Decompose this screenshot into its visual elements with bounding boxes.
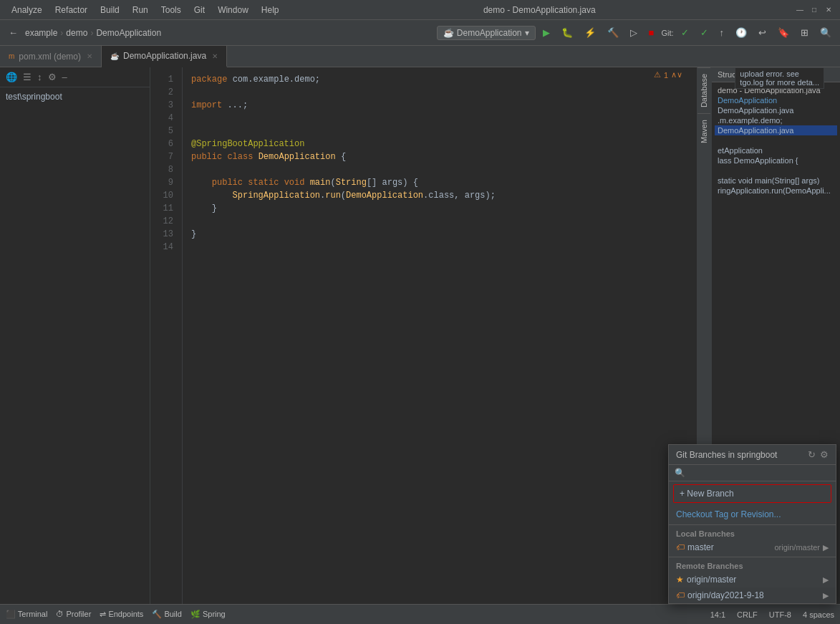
menu-git[interactable]: Git: [188, 4, 211, 16]
code-line-6: @SpringBootApplication: [191, 138, 688, 150]
status-spring[interactable]: 🌿 Spring: [190, 610, 226, 619]
git-commit-button[interactable]: ✓: [696, 24, 713, 41]
git-revert-button[interactable]: ↩: [754, 24, 771, 41]
ln-8: 8: [153, 163, 179, 176]
structure-package: .m.example.demo;: [715, 115, 837, 125]
tab-demo[interactable]: ☕ DemoApplication.java ✕: [102, 46, 227, 67]
menu-run[interactable]: Run: [127, 4, 154, 16]
checkout-tag-action[interactable]: Checkout Tag or Revision...: [669, 506, 836, 523]
warning-count: 1: [664, 71, 668, 80]
menu-help[interactable]: Help: [256, 4, 285, 16]
code-content[interactable]: package com.example.demo; import ...; @S…: [183, 67, 697, 604]
ln-5: 5: [153, 125, 179, 138]
code-line-5: [191, 125, 688, 138]
status-encoding[interactable]: UTF-8: [769, 610, 791, 619]
ln-13: 13: [153, 228, 179, 241]
status-left: ⬛ Terminal ⏱ Profiler ⇌ Endpoints 🔨 Buil…: [6, 610, 226, 619]
layout-button[interactable]: ⊞: [796, 24, 813, 41]
profiler-label: Profiler: [67, 610, 92, 618]
new-branch-action[interactable]: + New Branch: [673, 484, 831, 503]
log-line-2: tgo.log for more deta...: [740, 78, 819, 87]
sidebar-settings-btn[interactable]: ⚙: [47, 70, 58, 84]
debug-button[interactable]: 🐛: [557, 24, 577, 41]
tab-pom-close[interactable]: ✕: [87, 52, 92, 60]
git-popup-search-bar[interactable]: 🔍: [669, 465, 836, 481]
branch-master-arrow: ▶: [823, 543, 829, 552]
tab-pom[interactable]: m pom.xml (demo) ✕: [0, 46, 102, 67]
branch-origin-master-left: ★ origin/master: [676, 575, 736, 585]
breadcrumb-demo[interactable]: demo: [66, 28, 87, 38]
code-line-1: package com.example.demo;: [191, 73, 688, 86]
branch-origin-day-left: 🏷 origin/day2021-9-18: [676, 590, 764, 600]
branch-origin-master[interactable]: ★ origin/master ▶: [669, 572, 836, 587]
new-branch-label: + New Branch: [680, 489, 734, 499]
menu-refactor[interactable]: Refactor: [49, 4, 93, 16]
run-config-dropdown[interactable]: ☕ DemoApplication ▾: [437, 26, 536, 40]
run-alt-button[interactable]: ▷: [626, 24, 642, 41]
git-popup-settings-btn[interactable]: ⚙: [820, 449, 829, 460]
git-check-button[interactable]: ✓: [677, 24, 693, 41]
vtab-maven[interactable]: Maven: [697, 113, 710, 149]
tab-demo-close[interactable]: ✕: [212, 52, 218, 60]
status-line-ending[interactable]: CRLF: [737, 610, 758, 619]
minimize-button[interactable]: —: [794, 4, 806, 16]
build-button[interactable]: 🔨: [603, 24, 623, 41]
log-area: upload error. see tgo.log for more deta.…: [735, 67, 824, 89]
structure-java: DemoApplication.java: [715, 105, 837, 115]
sidebar-globe-btn[interactable]: 🌐: [4, 70, 19, 84]
sidebar-sort-btn[interactable]: ↕: [36, 70, 44, 84]
sidebar-list-btn[interactable]: ☰: [21, 70, 33, 84]
code-line-3: import ...;: [191, 99, 688, 112]
back-button[interactable]: ←: [4, 24, 22, 41]
ln-2: 2: [153, 86, 179, 99]
status-position[interactable]: 14:1: [710, 610, 725, 619]
status-terminal[interactable]: ⬛ Terminal: [6, 610, 47, 619]
status-indent[interactable]: 4 spaces: [803, 610, 834, 619]
branch-origin-master-name: origin/master: [687, 575, 736, 585]
status-right: 14:1 CRLF UTF-8 4 spaces: [710, 610, 834, 619]
branch-master[interactable]: 🏷 master origin/master ▶: [669, 539, 836, 555]
code-line-12: [191, 215, 688, 228]
terminal-icon: ⬛: [6, 610, 16, 618]
git-branches-popup: Git Branches in springboot ↻ ⚙ 🔍 + New B…: [668, 444, 836, 604]
menu-analyze[interactable]: Analyze: [6, 4, 48, 16]
structure-selected: DemoApplication.java: [715, 125, 837, 135]
sidebar-toolbar: 🌐 ☰ ↕ ⚙ –: [0, 67, 150, 87]
structure-blank: [715, 135, 837, 145]
git-popup-title: Git Branches in springboot: [676, 450, 777, 460]
breadcrumb-example[interactable]: example: [25, 28, 57, 38]
menu-build[interactable]: Build: [95, 4, 125, 16]
breadcrumb-class[interactable]: DemoApplication: [96, 28, 161, 38]
sidebar-collapse-btn[interactable]: –: [61, 70, 69, 84]
branch-origin-day[interactable]: 🏷 origin/day2021-9-18 ▶: [669, 587, 836, 603]
git-popup-refresh-btn[interactable]: ↻: [808, 449, 816, 460]
warning-chevrons: ∧∨: [671, 70, 682, 80]
status-endpoints[interactable]: ⇌ Endpoints: [100, 610, 143, 619]
bookmark-button[interactable]: 🔖: [773, 24, 793, 41]
editor-area[interactable]: 1 2 3 4 5 6 7 8 9 10 11 12 13 14 package…: [150, 67, 697, 604]
git-history-button[interactable]: 🕐: [731, 24, 751, 41]
menu-window[interactable]: Window: [212, 4, 254, 16]
git-popup-search-input[interactable]: [688, 468, 830, 478]
vtab-database[interactable]: Database: [697, 67, 710, 113]
left-sidebar: 🌐 ☰ ↕ ⚙ – test\springboot: [0, 67, 150, 604]
window-title: demo - DemoApplication.java: [286, 5, 793, 15]
run-config-icon: ☕: [443, 28, 454, 38]
close-button[interactable]: ✕: [823, 4, 834, 16]
maximize-button[interactable]: □: [808, 4, 820, 16]
git-push-button[interactable]: ↑: [715, 24, 729, 41]
branch-master-right: origin/master ▶: [774, 543, 829, 552]
tab-pom-label: pom.xml (demo): [19, 52, 81, 62]
menu-tools[interactable]: Tools: [155, 4, 187, 16]
status-build[interactable]: 🔨 Build: [152, 610, 182, 619]
coverage-button[interactable]: ⚡: [580, 24, 600, 41]
stop-button[interactable]: ■: [645, 24, 659, 41]
run-button[interactable]: ▶: [539, 24, 554, 41]
status-profiler[interactable]: ⏱ Profiler: [56, 610, 91, 619]
search-button[interactable]: 🔍: [816, 24, 836, 41]
main-toolbar: ← example › demo › DemoApplication ☕ Dem…: [0, 20, 840, 46]
error-indicator: ⚠ 1 ∧∨: [654, 70, 682, 80]
popup-divider-2: [669, 557, 836, 557]
run-config-label: DemoApplication: [457, 28, 522, 38]
branch-origin-day-right: ▶: [823, 591, 829, 600]
